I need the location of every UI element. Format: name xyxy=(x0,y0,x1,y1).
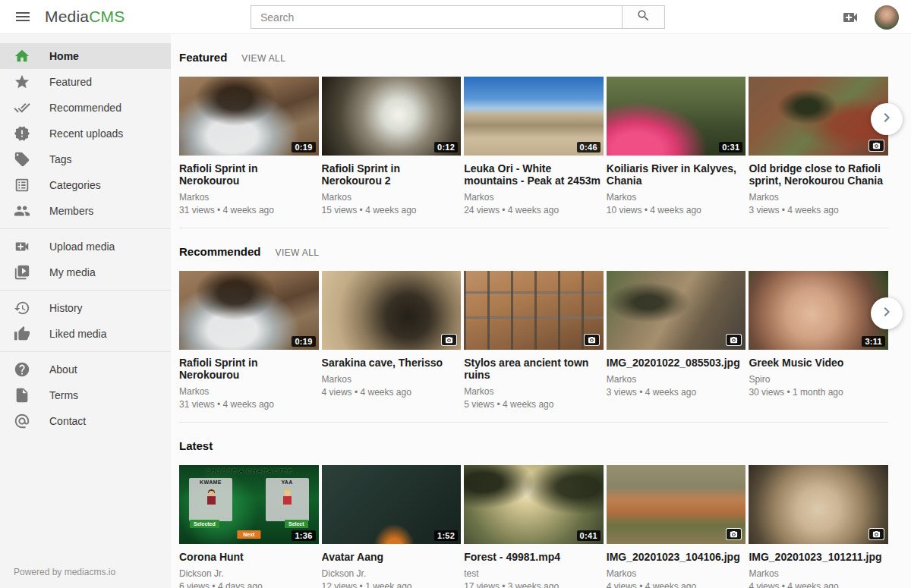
sidebar: HomeFeaturedRecommendedRecent uploadsTag… xyxy=(0,34,171,588)
media-thumbnail[interactable]: 1:52 xyxy=(322,465,462,544)
media-title[interactable]: Koiliaris River in Kalyves, Chania xyxy=(607,162,746,187)
media-uploader[interactable]: Markos xyxy=(179,386,319,397)
media-card[interactable]: 0:19Rafioli Sprint in NerokourouMarkos31… xyxy=(179,271,319,410)
media-meta: 4 views • 4 weeks ago xyxy=(749,581,888,588)
carousel-next-button[interactable] xyxy=(871,103,903,135)
top-bar-actions xyxy=(841,0,899,34)
media-thumbnail[interactable]: 0:31 xyxy=(607,77,746,156)
media-title[interactable]: Greek Music Video xyxy=(749,357,888,369)
star-icon xyxy=(14,74,30,90)
search-form xyxy=(251,5,665,29)
media-thumbnail[interactable]: 0:19 xyxy=(179,77,319,156)
carousel-next-button[interactable] xyxy=(871,297,903,329)
media-title[interactable]: Old bridge close to Rafioli sprint, Nero… xyxy=(749,162,888,187)
media-thumbnail[interactable] xyxy=(749,465,888,544)
media-card[interactable]: 0:46Leuka Ori - White mountains - Peak a… xyxy=(464,77,604,215)
media-uploader[interactable]: Markos xyxy=(607,374,746,385)
media-thumbnail[interactable]: 0:41 xyxy=(464,465,604,544)
media-title[interactable]: IMG_20201022_085503.jpg xyxy=(607,357,746,369)
media-card[interactable]: 0:31Koiliaris River in Kalyves, ChaniaMa… xyxy=(607,77,746,215)
sidebar-item-label: Liked media xyxy=(49,328,107,340)
upload-video-icon[interactable] xyxy=(841,8,859,27)
game-selected-label: Selected xyxy=(190,520,219,528)
view-all-link[interactable]: VIEW ALL xyxy=(276,247,320,258)
media-thumbnail[interactable] xyxy=(607,465,746,544)
media-card[interactable]: CHOOSE A CHARACTERKWAMEYAASelectedNextSe… xyxy=(179,465,319,588)
sidebar-item-history[interactable]: History xyxy=(0,295,171,321)
media-card[interactable]: 0:41Forest - 49981.mp4test17 views • 3 w… xyxy=(464,465,604,588)
media-card[interactable]: Stylos area ancient town ruinsMarkos5 vi… xyxy=(464,271,604,410)
media-thumbnail[interactable]: 0:19 xyxy=(179,271,319,350)
media-card[interactable]: IMG_20201022_085503.jpgMarkos3 views • 4… xyxy=(607,271,746,410)
sidebar-item-contact[interactable]: Contact xyxy=(0,408,171,434)
media-card[interactable]: Sarakina cave, TherissoMarkos4 views • 4… xyxy=(322,271,462,410)
search-input[interactable] xyxy=(251,5,623,29)
media-card[interactable]: IMG_20201023_104106.jpgMarkos4 views • 4… xyxy=(607,465,746,588)
sidebar-item-tags[interactable]: Tags xyxy=(0,146,171,172)
menu-icon[interactable] xyxy=(14,8,32,26)
people-icon xyxy=(14,203,30,219)
media-uploader[interactable]: Spiro xyxy=(749,374,888,385)
media-uploader[interactable]: Markos xyxy=(464,386,604,397)
help-icon xyxy=(14,361,30,378)
media-thumbnail[interactable]: 0:46 xyxy=(464,77,604,156)
media-thumbnail[interactable] xyxy=(749,77,888,156)
media-uploader[interactable]: Markos xyxy=(464,192,604,203)
media-card[interactable]: 3:11Greek Music VideoSpiro30 views • 1 m… xyxy=(749,271,888,410)
media-uploader[interactable]: Markos xyxy=(607,192,746,203)
sidebar-item-recent-uploads[interactable]: Recent uploads xyxy=(0,121,171,146)
media-card[interactable]: 0:19Rafioli Sprint in NerokourouMarkos31… xyxy=(179,77,319,215)
media-card[interactable]: 0:12Rafioli Sprint in Nerokourou 2Markos… xyxy=(322,77,462,215)
media-title[interactable]: Rafioli Sprint in Nerokourou xyxy=(179,162,319,187)
media-title[interactable]: Corona Hunt xyxy=(179,551,319,563)
media-thumbnail[interactable]: 3:11 xyxy=(749,271,888,350)
view-all-link[interactable]: VIEW ALL xyxy=(241,53,285,64)
media-title[interactable]: Sarakina cave, Therisso xyxy=(322,357,462,369)
media-thumbnail[interactable] xyxy=(322,271,462,350)
section-title: Recommended xyxy=(179,245,261,258)
media-title[interactable]: Leuka Ori - White mountains - Peak at 24… xyxy=(464,162,604,187)
media-title[interactable]: Forest - 49981.mp4 xyxy=(464,551,604,563)
media-card[interactable]: Old bridge close to Rafioli sprint, Nero… xyxy=(749,77,888,215)
sidebar-item-upload-media[interactable]: Upload media xyxy=(0,234,171,259)
sidebar-item-featured[interactable]: Featured xyxy=(0,69,171,95)
media-title[interactable]: Rafioli Sprint in Nerokourou 2 xyxy=(322,162,462,187)
media-uploader[interactable]: Markos xyxy=(607,568,746,579)
media-thumbnail[interactable] xyxy=(464,271,604,350)
media-title[interactable]: IMG_20201023_104106.jpg xyxy=(607,551,746,563)
media-uploader[interactable]: Markos xyxy=(749,568,888,579)
media-uploader[interactable]: Markos xyxy=(322,374,462,385)
media-thumbnail[interactable]: 0:12 xyxy=(322,77,462,156)
media-title[interactable]: Rafioli Sprint in Nerokourou xyxy=(179,357,319,381)
media-title[interactable]: Avatar Aang xyxy=(322,551,462,563)
media-title[interactable]: Stylos area ancient town ruins xyxy=(464,357,604,381)
logo[interactable]: MediaCMS xyxy=(45,8,125,26)
media-card[interactable]: 1:52Avatar AangDickson Jr.12 views • 1 w… xyxy=(322,465,462,588)
media-card[interactable]: IMG_20201023_101211.jpgMarkos4 views • 4… xyxy=(749,465,888,588)
sidebar-item-terms[interactable]: Terms xyxy=(0,382,171,408)
media-uploader[interactable]: Markos xyxy=(322,192,462,203)
media-title[interactable]: IMG_20201023_101211.jpg xyxy=(749,551,888,563)
user-avatar[interactable] xyxy=(875,5,899,30)
game-heading-text: CHOOSE A CHARACTER xyxy=(179,467,319,475)
sidebar-item-liked-media[interactable]: Liked media xyxy=(0,321,171,347)
sidebar-item-my-media[interactable]: My media xyxy=(0,259,171,285)
media-uploader[interactable]: Markos xyxy=(749,192,888,203)
media-uploader[interactable]: Dickson Jr. xyxy=(322,568,462,579)
media-uploader[interactable]: Markos xyxy=(179,192,319,203)
sidebar-item-home[interactable]: Home xyxy=(0,43,171,69)
sidebar-item-members[interactable]: Members xyxy=(0,198,171,224)
sidebar-item-recommended[interactable]: Recommended xyxy=(0,95,171,121)
media-uploader[interactable]: test xyxy=(464,568,604,579)
media-thumbnail[interactable] xyxy=(607,271,746,350)
sidebar-item-label: About xyxy=(49,363,77,376)
sidebar-item-label: Recent uploads xyxy=(49,127,123,140)
sidebar-item-label: Contact xyxy=(49,415,86,427)
media-uploader[interactable]: Dickson Jr. xyxy=(179,568,319,579)
search-button[interactable] xyxy=(623,5,665,29)
sidebar-item-categories[interactable]: Categories xyxy=(0,172,171,198)
sidebar-item-about[interactable]: About xyxy=(0,357,171,382)
sidebar-item-label: Recommended xyxy=(49,102,121,114)
media-thumbnail[interactable]: CHOOSE A CHARACTERKWAMEYAASelectedNextSe… xyxy=(179,465,319,544)
media-sections: FeaturedVIEW ALL0:19Rafioli Sprint in Ne… xyxy=(179,34,888,588)
